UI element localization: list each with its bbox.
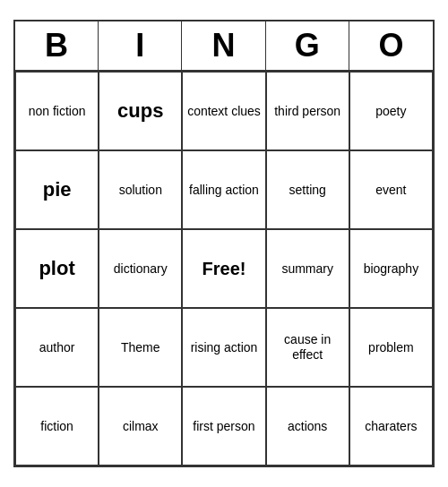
bingo-grid: non fictioncupscontext cluesthird person… [15,72,433,466]
bingo-header-letter: O [349,21,433,70]
bingo-header-letter: I [99,21,182,70]
bingo-cell-3-3: cause in effect [266,308,349,387]
bingo-cell-2-1: dictionary [99,229,182,308]
bingo-header: BINGO [15,21,433,72]
bingo-header-letter: B [15,21,99,70]
bingo-header-letter: G [266,21,349,70]
bingo-header-letter: N [182,21,265,70]
bingo-cell-1-2: falling action [182,150,265,229]
bingo-card: BINGO non fictioncupscontext cluesthird … [13,20,435,467]
bingo-cell-3-4: problem [349,308,433,387]
bingo-cell-2-0: plot [15,229,99,308]
bingo-cell-2-4: biography [349,229,433,308]
bingo-cell-0-3: third person [266,72,349,150]
bingo-cell-0-0: non fiction [15,72,99,150]
bingo-cell-4-2: first person [182,387,265,466]
bingo-cell-2-2: Free! [182,229,265,308]
bingo-cell-1-0: pie [15,150,99,229]
bingo-cell-3-1: Theme [99,308,182,387]
bingo-cell-1-3: setting [266,150,349,229]
bingo-cell-4-4: charaters [349,387,433,466]
bingo-cell-4-1: cilmax [99,387,182,466]
bingo-cell-4-3: actions [266,387,349,466]
bingo-cell-0-2: context clues [182,72,265,150]
bingo-cell-2-3: summary [266,229,349,308]
bingo-cell-1-4: event [349,150,433,229]
bingo-cell-3-0: author [15,308,99,387]
bingo-cell-4-0: fiction [15,387,99,466]
bingo-cell-3-2: rising action [182,308,265,387]
bingo-cell-1-1: solution [99,150,182,229]
bingo-cell-0-1: cups [99,72,182,150]
bingo-cell-0-4: poety [349,72,433,150]
